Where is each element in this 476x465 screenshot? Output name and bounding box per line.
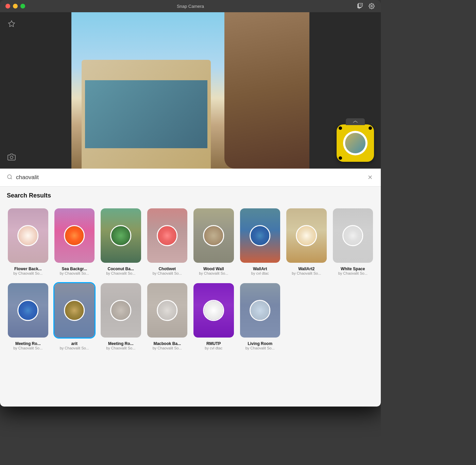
settings-icon[interactable] <box>368 2 375 10</box>
lens-grid-row1: Flower Back...by Chaovalit So...Sea Back… <box>0 207 381 282</box>
camera-capture-button[interactable] <box>5 151 18 163</box>
search-bar: ✕ <box>0 169 381 187</box>
lens-author-rmutp: by cvl dtac <box>205 346 222 350</box>
snapcode-container[interactable] <box>337 124 374 162</box>
lens-item-arit[interactable]: aritby Chaovalit So... <box>53 282 96 350</box>
lens-card-meeting-ro2[interactable] <box>100 282 142 339</box>
lens-item-wallart[interactable]: WallArtby cvl dtac <box>239 207 282 275</box>
app-title: Snap Camera <box>177 4 204 9</box>
lens-card-living-room[interactable] <box>239 282 282 339</box>
lens-name-macbook-ba: Macbook Ba... <box>153 341 181 346</box>
lens-author-arit: by Chaovalit So... <box>60 346 89 350</box>
search-icon <box>7 174 13 181</box>
camera-preview <box>71 12 309 169</box>
lens-circle-wood-wall <box>203 225 224 246</box>
lens-circle-flower-back <box>17 225 38 246</box>
lens-grid-row2: Meeting Ro...by Chaovalit So...aritby Ch… <box>0 282 381 357</box>
lens-item-wallart2[interactable]: WallArt2by Chaovalit So... <box>285 207 328 275</box>
lens-circle-rmutp <box>203 300 224 321</box>
clear-search-button[interactable]: ✕ <box>366 173 374 182</box>
titlebar: Snap Camera <box>0 0 381 12</box>
lens-circle-living-room <box>250 300 271 321</box>
close-button[interactable] <box>5 4 10 8</box>
lens-name-living-room: Living Room <box>248 341 272 346</box>
lens-name-arit: arit <box>71 341 78 346</box>
camera-left-panel <box>0 12 71 169</box>
lens-name-flower-back: Flower Back... <box>14 266 42 271</box>
lens-name-coconut-ba: Coconut Ba... <box>108 266 134 271</box>
lens-circle-white-space <box>342 225 363 246</box>
lens-item-meeting-ro2[interactable]: Meeting Ro...by Chaovalit So... <box>100 282 142 350</box>
lens-item-macbook-ba[interactable]: Macbook Ba...by Chaovalit So... <box>146 282 189 350</box>
lens-author-macbook-ba: by Chaovalit So... <box>153 346 182 350</box>
bottom-panel: ✕ Search Results Flower Back...by Chaova… <box>0 169 381 407</box>
svg-point-3 <box>7 175 11 178</box>
lens-item-living-room[interactable]: Living Roomby Chaovalit So... <box>239 282 282 350</box>
window-controls <box>5 4 25 8</box>
lens-item-rmutp[interactable]: RMUTPby cvl dtac <box>192 282 235 350</box>
lens-name-meeting-ro1: Meeting Ro... <box>15 341 41 346</box>
svg-point-0 <box>371 5 373 7</box>
lens-item-flower-back[interactable]: Flower Back...by Chaovalit So... <box>7 207 49 275</box>
lens-author-chotiwet: by Chaovalit So... <box>153 271 182 275</box>
lens-author-meeting-ro2: by Chaovalit So... <box>106 346 135 350</box>
svg-point-2 <box>10 156 13 159</box>
lens-name-wood-wall: Wood Wall <box>203 266 224 271</box>
lens-circle-coconut-ba <box>110 225 131 246</box>
lens-card-arit[interactable] <box>53 282 96 339</box>
lens-card-rmutp[interactable] <box>192 282 235 339</box>
lens-circle-arit <box>64 300 85 321</box>
lens-item-coconut-ba[interactable]: Coconut Ba...by Chaovalit So... <box>100 207 142 275</box>
app-window: Snap Camera <box>0 0 381 407</box>
lens-name-chotiwet: Chotiwet <box>158 266 176 271</box>
lens-card-sea-backgr[interactable] <box>53 207 96 264</box>
lens-item-sea-backgr[interactable]: Sea Backgr...by Chaovalit So... <box>53 207 96 275</box>
lens-name-white-space: White Space <box>341 266 365 271</box>
camera-area <box>0 12 381 169</box>
lens-name-rmutp: RMUTP <box>206 341 221 346</box>
results-header: Search Results <box>0 187 381 207</box>
titlebar-actions <box>356 2 375 10</box>
lens-card-wallart[interactable] <box>239 207 282 264</box>
lens-card-flower-back[interactable] <box>7 207 49 264</box>
lens-circle-wallart <box>250 225 271 246</box>
lens-item-wood-wall[interactable]: Wood Wallby Chaovalit So... <box>192 207 235 275</box>
lens-item-white-space[interactable]: White Spaceby Chaovalit So... <box>332 207 374 275</box>
lens-author-living-room: by Chaovalit So... <box>245 346 275 350</box>
lens-card-wood-wall[interactable] <box>192 207 235 264</box>
favorites-button[interactable] <box>5 18 18 30</box>
lens-item-chotiwet[interactable]: Chotiwetby Chaovalit So... <box>146 207 189 275</box>
lens-author-sea-backgr: by Chaovalit So... <box>60 271 89 275</box>
lens-circle-sea-backgr <box>64 225 85 246</box>
lens-name-meeting-ro2: Meeting Ro... <box>108 341 134 346</box>
results-title: Search Results <box>7 192 374 199</box>
svg-marker-1 <box>8 21 15 27</box>
lens-card-coconut-ba[interactable] <box>100 207 142 264</box>
lens-circle-meeting-ro2 <box>110 300 131 321</box>
snapcode-preview <box>343 131 368 155</box>
search-input[interactable] <box>16 174 366 181</box>
lens-author-wood-wall: by Chaovalit So... <box>199 271 228 275</box>
lens-item-meeting-ro1[interactable]: Meeting Ro...by Chaovalit So... <box>7 282 49 350</box>
lens-circle-macbook-ba <box>157 300 178 321</box>
maximize-button[interactable] <box>20 4 25 8</box>
lens-author-flower-back: by Chaovalit So... <box>13 271 42 275</box>
lens-author-coconut-ba: by Chaovalit So... <box>106 271 135 275</box>
lens-author-wallart2: by Chaovalit So... <box>292 271 321 275</box>
twitch-icon[interactable] <box>356 2 364 10</box>
minimize-button[interactable] <box>13 4 18 8</box>
lens-name-wallart: WallArt <box>253 266 267 271</box>
lens-circle-chotiwet <box>157 225 178 246</box>
lens-circle-meeting-ro1 <box>17 300 38 321</box>
collapse-button[interactable] <box>346 118 365 125</box>
lens-card-macbook-ba[interactable] <box>146 282 189 339</box>
lens-card-white-space[interactable] <box>332 207 374 264</box>
lens-circle-wallart2 <box>296 225 317 246</box>
lens-card-chotiwet[interactable] <box>146 207 189 264</box>
lens-author-meeting-ro1: by Chaovalit So... <box>13 346 42 350</box>
lens-author-wallart: by cvl dtac <box>251 271 269 275</box>
lens-card-wallart2[interactable] <box>285 207 328 264</box>
lens-author-white-space: by Chaovalit So... <box>338 271 368 275</box>
lens-card-meeting-ro1[interactable] <box>7 282 49 339</box>
lens-name-sea-backgr: Sea Backgr... <box>62 266 87 271</box>
